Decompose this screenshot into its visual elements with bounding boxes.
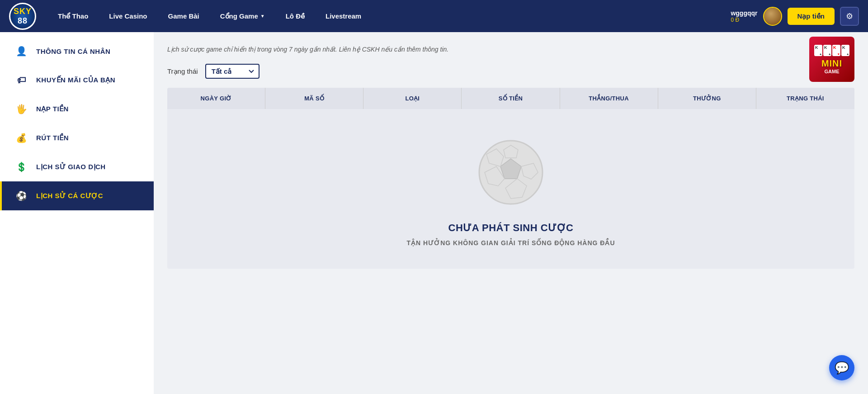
nav-item-the-thao[interactable]: Thể Thao [50, 9, 96, 24]
header-right: wgggqqr 0 Đ Nạp tiền ⚙ [731, 7, 859, 26]
nav-item-game-bai[interactable]: Game Bài [160, 9, 208, 24]
table-header-thắng-thua: THẮNG/THUA [560, 88, 658, 109]
empty-subtitle: TẬN HƯỞNG KHÔNG GIAN GIẢI TRÍ SỐNG ĐỘNG … [407, 239, 615, 247]
table-header-số-tiền: SỐ TIỀN [462, 88, 560, 109]
card-k2: K [823, 45, 831, 56]
mini-game-banner[interactable]: K K K K MINI GAME [809, 37, 854, 82]
table-header-ngày-giờ: NGÀY GIỜ [167, 88, 265, 109]
table-header: NGÀY GIỜMÃ SỐLOẠISỐ TIỀNTHẮNG/THUATHƯỞNG… [167, 88, 854, 109]
mini-game-cards: K K K K [814, 45, 849, 56]
sidebar-icon-lich-su-ca-cuoc: ⚽ [15, 190, 28, 202]
settings-button[interactable]: ⚙ [840, 7, 859, 26]
status-filter[interactable]: Tất cảThắngThuaĐang chờ [205, 64, 259, 79]
mini-game-sub: GAME [825, 69, 840, 74]
sidebar-label-khuyen-mai-cua-ban: KHUYẾN MÃI CỦA BẠN [36, 76, 115, 84]
empty-title: CHƯA PHÁT SINH CƯỢC [448, 222, 574, 234]
info-text: Lịch sử cược game chỉ hiển thị trong vòn… [167, 46, 854, 53]
sidebar-icon-thong-tin-ca-nhan: 👤 [15, 45, 28, 57]
sidebar-item-thong-tin-ca-nhan[interactable]: 👤THÔNG TIN CÁ NHÂN [0, 37, 154, 66]
nap-tien-button[interactable]: Nạp tiền [788, 8, 835, 25]
header: SKY 88 Thể ThaoLive CasinoGame BàiCổng G… [0, 0, 868, 32]
card-k1: K [814, 45, 822, 56]
sidebar-icon-khuyen-mai-cua-ban: 🏷 [15, 74, 28, 86]
user-balance: 0 Đ [731, 17, 757, 23]
filter-row: Trạng thái Tất cảThắngThuaĐang chờ [167, 64, 854, 79]
main-layout: 👤THÔNG TIN CÁ NHÂN🏷KHUYẾN MÃI CỦA BẠN🖐NẠ… [0, 32, 868, 394]
sidebar-icon-lich-su-giao-dich: 💲 [15, 161, 28, 173]
nav-item-livestream[interactable]: Livestream [317, 9, 369, 24]
user-info: wgggqqr 0 Đ [731, 9, 757, 23]
dropdown-icon-cong-game: ▼ [260, 14, 265, 19]
football-icon [475, 136, 547, 209]
settings-icon: ⚙ [846, 11, 853, 21]
chat-icon: 💬 [835, 361, 849, 375]
table-header-loại: LOẠI [363, 88, 462, 109]
sidebar-item-nap-tien[interactable]: 🖐NẠP TIỀN [0, 95, 154, 123]
sidebar-icon-nap-tien: 🖐 [15, 103, 28, 115]
logo-sky: SKY [14, 7, 32, 16]
sidebar-label-rut-tien: RÚT TIỀN [36, 134, 69, 142]
sidebar-label-lich-su-ca-cuoc: LỊCH SỬ CÁ CƯỢC [36, 192, 103, 200]
logo-88: 88 [18, 16, 28, 26]
sidebar: 👤THÔNG TIN CÁ NHÂN🏷KHUYẾN MÃI CỦA BẠN🖐NẠ… [0, 32, 154, 394]
sidebar-item-khuyen-mai-cua-ban[interactable]: 🏷KHUYẾN MÃI CỦA BẠN [0, 66, 154, 95]
main-content: K K K K MINI GAME Lịch sử cược game chỉ … [154, 32, 868, 394]
table-header-trạng-thái: TRẠNG THÁI [756, 88, 854, 109]
sidebar-item-lich-su-giao-dich[interactable]: 💲LỊCH SỬ GIAO DỊCH [0, 152, 154, 181]
sidebar-icon-rut-tien: 💰 [15, 132, 28, 144]
sidebar-label-nap-tien: NẠP TIỀN [36, 105, 69, 113]
sidebar-item-lich-su-ca-cuoc[interactable]: ⚽LỊCH SỬ CÁ CƯỢC [0, 181, 154, 210]
mini-game-label: MINI [821, 58, 842, 69]
chat-button[interactable]: 💬 [829, 355, 854, 380]
table-header-thưởng: THƯỞNG [658, 88, 756, 109]
nav-item-cong-game[interactable]: Cổng Game▼ [212, 9, 273, 24]
sidebar-item-rut-tien[interactable]: 💰RÚT TIỀN [0, 123, 154, 152]
nav-item-live-casino[interactable]: Live Casino [101, 9, 155, 24]
nav-item-lo-de[interactable]: Lô Đề [278, 9, 313, 24]
main-nav: Thể ThaoLive CasinoGame BàiCổng Game▼Lô … [50, 9, 731, 24]
card-k4: K [841, 45, 849, 56]
sidebar-label-thong-tin-ca-nhan: THÔNG TIN CÁ NHÂN [36, 47, 110, 55]
avatar[interactable] [763, 7, 782, 26]
logo[interactable]: SKY 88 [9, 3, 36, 30]
empty-state: CHƯA PHÁT SINH CƯỢC TẬN HƯỞNG KHÔNG GIAN… [167, 109, 854, 265]
bet-history-table: NGÀY GIỜMÃ SỐLOẠISỐ TIỀNTHẮNG/THUATHƯỞNG… [167, 88, 854, 269]
username: wgggqqr [731, 9, 757, 17]
filter-label: Trạng thái [167, 67, 198, 76]
card-k3: K [832, 45, 840, 56]
sidebar-label-lich-su-giao-dich: LỊCH SỬ GIAO DỊCH [36, 163, 106, 171]
table-header-mã-số: MÃ SỐ [265, 88, 363, 109]
